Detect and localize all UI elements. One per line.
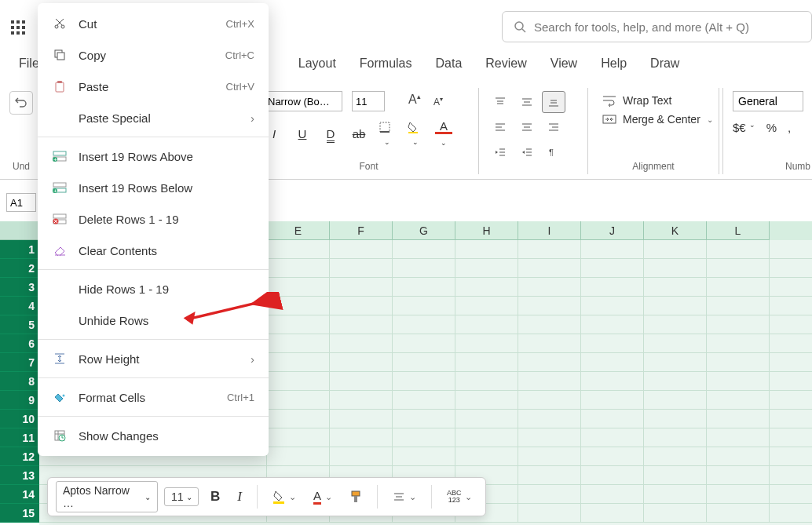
cell[interactable] [644,240,707,258]
cell[interactable] [393,259,455,277]
cell[interactable] [581,372,644,390]
menu-delete-rows[interactable]: Delete Rows 1 - 19 [38,203,269,235]
cell[interactable] [581,240,644,258]
row-header[interactable]: 3 [0,278,39,297]
cell[interactable] [581,447,644,465]
column-header[interactable]: I [518,221,581,240]
merge-center-button[interactable]: Merge & Center ⌄ [602,113,719,126]
cell[interactable] [581,410,644,428]
font-color-button[interactable]: A ⌄ [435,119,452,148]
cell[interactable] [455,428,518,447]
search-input[interactable]: Search for tools, help, and more (Alt + … [502,11,812,42]
cell[interactable] [518,278,581,296]
cell[interactable] [330,428,393,447]
cell[interactable] [518,504,581,522]
mini-format-painter-button[interactable] [344,486,368,508]
number-format-select[interactable] [733,91,803,111]
cell[interactable] [267,278,330,296]
cell[interactable] [267,240,330,258]
strike-button[interactable]: ab [350,127,368,140]
cell[interactable] [707,372,770,390]
cell[interactable] [518,428,581,447]
cell[interactable] [267,391,330,409]
cell[interactable] [581,334,644,352]
cell[interactable] [267,372,330,390]
menu-paste-special[interactable]: Paste Special › [38,102,269,133]
tab-file[interactable]: File [19,57,39,71]
cell[interactable] [393,334,455,352]
cell[interactable] [267,334,330,352]
menu-hide-rows[interactable]: Hide Rows 1 - 19 [38,273,269,304]
cell[interactable] [518,334,581,352]
fill-color-button[interactable]: ⌄ [407,121,424,147]
cell[interactable] [644,391,707,409]
cell[interactable] [455,297,518,315]
cell[interactable] [393,353,455,371]
cell[interactable] [455,353,518,371]
cell[interactable] [518,240,581,258]
cell[interactable] [518,485,581,503]
cell[interactable] [581,466,644,484]
row-header[interactable]: 2 [0,259,39,278]
row-header[interactable]: 8 [0,372,39,391]
cell[interactable] [267,353,330,371]
menu-show-changes[interactable]: Show Changes [38,420,269,451]
cell[interactable] [393,447,455,465]
cell[interactable] [581,485,644,503]
cell[interactable] [330,447,393,465]
row-header[interactable]: 15 [0,504,39,523]
row-header[interactable]: 11 [0,428,39,447]
cell[interactable] [707,391,770,409]
menu-insert-below[interactable]: + Insert 19 Rows Below [38,172,269,203]
tab-help[interactable]: Help [601,57,627,71]
cell[interactable] [518,466,581,484]
cell[interactable] [393,315,455,334]
cell[interactable] [581,353,644,371]
double-underline-button[interactable]: D [322,127,339,140]
cell[interactable] [330,315,393,334]
app-launcher-icon[interactable] [11,20,25,35]
cell[interactable] [644,297,707,315]
cell[interactable] [581,428,644,447]
cell[interactable] [581,297,644,315]
cell[interactable] [518,410,581,428]
cell[interactable] [330,391,393,409]
cell[interactable] [267,297,330,315]
cell[interactable] [644,372,707,390]
cell[interactable] [644,259,707,277]
mini-number-format-button[interactable]: ABC123 [441,486,478,508]
cell[interactable] [393,410,455,428]
cell[interactable] [707,259,770,277]
column-header[interactable]: F [330,221,393,240]
cell[interactable] [518,391,581,409]
row-header[interactable]: 10 [0,410,39,428]
cell[interactable] [644,485,707,503]
align-left-button[interactable] [488,116,512,138]
row-header[interactable]: 9 [0,391,39,410]
row-header[interactable]: 1 [0,240,39,259]
cell[interactable] [455,259,518,277]
cell[interactable] [707,504,770,522]
cell[interactable] [707,410,770,428]
menu-paste[interactable]: Paste Ctrl+V [38,71,269,102]
menu-clear-contents[interactable]: Clear Contents [38,235,269,266]
cell[interactable] [644,504,707,522]
cell[interactable] [455,315,518,334]
cell[interactable] [518,372,581,390]
cell[interactable] [518,259,581,277]
align-middle-button[interactable] [515,91,539,113]
cell[interactable] [330,278,393,296]
cell[interactable] [455,334,518,352]
cell[interactable] [393,240,455,258]
cell[interactable] [455,410,518,428]
row-header[interactable]: 13 [0,466,39,485]
cell[interactable] [581,504,644,522]
cell[interactable] [707,315,770,334]
cell[interactable] [707,353,770,371]
decrease-indent-button[interactable] [488,141,512,163]
cell[interactable] [644,278,707,296]
menu-format-cells[interactable]: Format Cells Ctrl+1 [38,381,269,413]
row-header[interactable]: 4 [0,297,39,315]
cell[interactable] [707,334,770,352]
cell[interactable] [518,297,581,315]
